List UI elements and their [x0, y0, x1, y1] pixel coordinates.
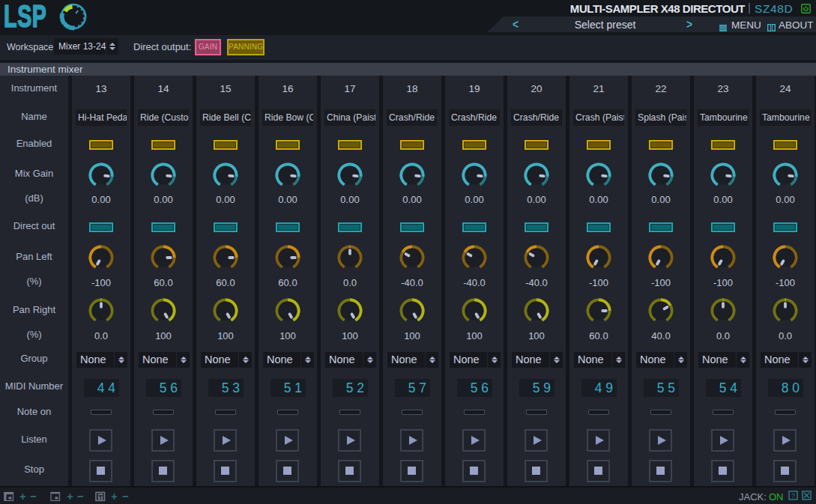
svg-text:?: ?	[791, 492, 795, 500]
